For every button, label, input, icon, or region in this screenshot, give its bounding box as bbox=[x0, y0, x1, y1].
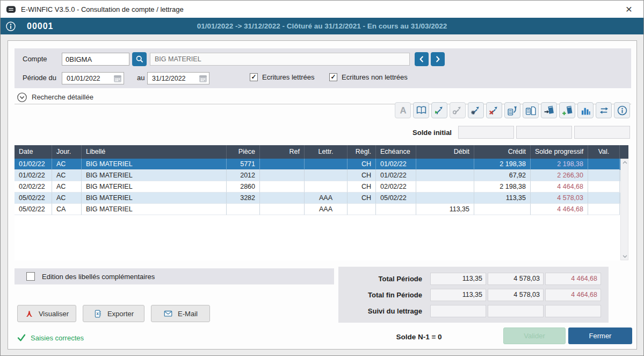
table-row[interactable]: 01/02/22ACBIG MATERIEL5771CH01/02/222 19… bbox=[15, 159, 628, 170]
date-from-input[interactable] bbox=[66, 74, 113, 83]
book-open-button[interactable] bbox=[413, 102, 429, 118]
table-cell: CH bbox=[348, 193, 376, 204]
lettrage-manual-button[interactable] bbox=[431, 102, 447, 118]
column-header: Val. bbox=[588, 145, 620, 159]
refresh-icon bbox=[598, 105, 610, 116]
table-cell bbox=[416, 170, 474, 181]
table-cell: 01/02/22 bbox=[376, 159, 416, 170]
checkbox-checked-icon: ✓ bbox=[251, 73, 256, 81]
totals-field bbox=[430, 305, 486, 317]
chevron-right-icon bbox=[434, 55, 442, 63]
info-button[interactable] bbox=[614, 102, 630, 118]
journal-add-button[interactable] bbox=[559, 102, 575, 118]
calc-transfer-button[interactable] bbox=[504, 102, 520, 118]
table-row[interactable]: 05/02/22CABIG MATERIELAAA113,354 464,68 bbox=[15, 204, 628, 215]
table-cell bbox=[260, 193, 305, 204]
lettrage-delete-button[interactable] bbox=[486, 102, 502, 118]
calc-page-icon bbox=[525, 105, 537, 116]
table-cell: 2012 bbox=[227, 170, 260, 181]
exporter-label: Exporter bbox=[107, 310, 134, 318]
table-row[interactable]: 05/02/22ACBIG MATERIEL3282AAACH05/02/221… bbox=[15, 193, 628, 204]
table-cell bbox=[416, 181, 474, 193]
table-cell: AAA bbox=[305, 204, 348, 215]
email-button[interactable]: E-Mail bbox=[151, 305, 210, 322]
totals-row: Suivi du lettrage bbox=[343, 304, 601, 317]
next-account-button[interactable] bbox=[431, 52, 445, 66]
lettrage-auto-button[interactable] bbox=[468, 102, 484, 118]
table-cell: CH bbox=[348, 170, 376, 181]
table-cell bbox=[227, 204, 260, 215]
table-cell: 4 464,68 bbox=[531, 204, 588, 215]
font-a-button: A bbox=[395, 102, 411, 118]
column-header: Libellé bbox=[82, 145, 227, 159]
totals-field bbox=[488, 305, 544, 317]
chevron-down-circle-icon bbox=[17, 92, 27, 103]
ecritures-non-lettrees-checkbox[interactable]: ✓ bbox=[329, 73, 337, 81]
solde-initial-label: Solde initial bbox=[413, 129, 452, 137]
edition-libelles-row: Edition des libellés complémentaires bbox=[15, 268, 334, 284]
table-cell: 2 198,38 bbox=[474, 159, 531, 170]
table-scrollbar[interactable] bbox=[620, 159, 628, 260]
table-cell: AAA bbox=[305, 193, 348, 204]
calc-page-button[interactable] bbox=[523, 102, 539, 118]
compte-input[interactable] bbox=[62, 53, 129, 66]
table-cell: AC bbox=[52, 181, 82, 193]
envelope-icon bbox=[163, 309, 173, 318]
table-header-row: DateJour.LibelléPièceRefLettr.Règl.Echéa… bbox=[15, 145, 628, 159]
calendar-icon[interactable] bbox=[199, 74, 207, 83]
totals-field: 4 464,68 bbox=[545, 289, 601, 301]
calc-transfer-icon bbox=[507, 105, 518, 116]
visualiser-label: Visualiser bbox=[39, 310, 69, 318]
entries-table: DateJour.LibelléPièceRefLettr.Règl.Echéa… bbox=[15, 145, 628, 260]
scroll-down-icon[interactable] bbox=[622, 255, 627, 258]
ecritures-non-lettrees-label: Ecritures non lettrées bbox=[342, 72, 408, 83]
table-cell: 2 198,38 bbox=[474, 181, 531, 193]
visualiser-button[interactable]: Visualiser bbox=[17, 305, 76, 322]
table-cell: AC bbox=[52, 170, 82, 181]
recherche-detaillee-label: Recherche détaillée bbox=[32, 93, 93, 101]
edition-libelles-checkbox[interactable] bbox=[26, 272, 35, 281]
search-button[interactable] bbox=[132, 52, 147, 66]
delettrage-icon bbox=[452, 105, 464, 116]
table-cell: 113,35 bbox=[474, 193, 531, 204]
totals-field: 4 464,68 bbox=[545, 273, 601, 285]
column-header: Crédit bbox=[474, 145, 531, 159]
date-to-input[interactable] bbox=[151, 74, 199, 83]
table-cell: 01/02/22 bbox=[376, 170, 416, 181]
green-check-icon bbox=[17, 333, 26, 342]
column-header: Pièce bbox=[227, 145, 260, 159]
table-cell: 05/02/22 bbox=[376, 193, 416, 204]
prev-account-button[interactable] bbox=[415, 52, 429, 66]
lettrage-delete-icon bbox=[489, 105, 500, 116]
table-row[interactable]: 02/02/22ACBIG MATERIEL2860CH02/02/222 19… bbox=[15, 181, 628, 193]
ecritures-lettrees-checkbox[interactable]: ✓ bbox=[250, 73, 258, 81]
table-cell: 2 198,38 bbox=[531, 159, 588, 170]
table-row[interactable]: 01/02/22ACBIG MATERIEL2012CH01/02/2267,9… bbox=[15, 170, 628, 181]
table-cell bbox=[305, 170, 348, 181]
date-from-field[interactable] bbox=[62, 72, 124, 84]
exporter-button[interactable]: x Exporter bbox=[83, 305, 144, 322]
table-cell bbox=[348, 204, 376, 215]
totals-field: 4 578,03 bbox=[488, 289, 544, 301]
fermer-button[interactable]: Fermer bbox=[568, 327, 632, 344]
date-to-field[interactable] bbox=[147, 72, 209, 84]
table-cell: AC bbox=[52, 159, 82, 170]
calendar-icon[interactable] bbox=[113, 74, 122, 83]
table-cell bbox=[416, 193, 474, 204]
scroll-up-icon[interactable] bbox=[622, 161, 627, 164]
journal-in-button[interactable] bbox=[541, 102, 557, 118]
table-cell: BIG MATERIEL bbox=[82, 170, 227, 181]
bar-chart-button[interactable] bbox=[577, 102, 594, 118]
close-icon[interactable]: × bbox=[620, 1, 638, 17]
refresh-button[interactable] bbox=[596, 102, 612, 118]
table-cell: 05/02/22 bbox=[15, 193, 52, 204]
lettrage-auto-icon bbox=[471, 105, 482, 116]
totals-panel: Total Période113,354 578,034 464,68Total… bbox=[338, 267, 609, 323]
solde-n1-label: Solde N-1 = 0 bbox=[373, 333, 465, 341]
status-label: Saisies correctes bbox=[31, 334, 84, 342]
column-header: Echéance bbox=[376, 145, 416, 159]
app-icon bbox=[6, 4, 16, 15]
totals-field: 113,35 bbox=[430, 289, 486, 301]
totals-label: Suivi du lettrage bbox=[343, 307, 429, 315]
app-window: E-WINFIC V3.5.0 - Consultation de compte… bbox=[0, 0, 644, 356]
